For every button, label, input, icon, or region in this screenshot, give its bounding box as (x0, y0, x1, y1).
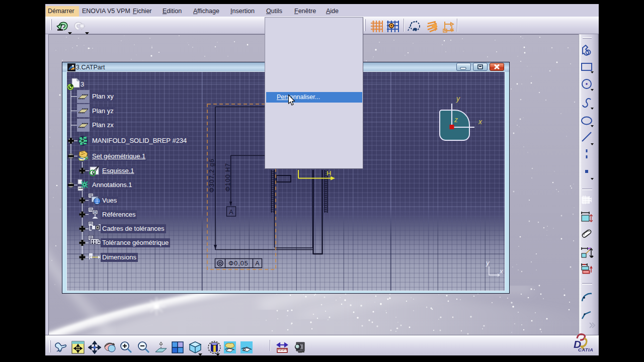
svg-text:CATIA: CATIA (578, 347, 593, 352)
